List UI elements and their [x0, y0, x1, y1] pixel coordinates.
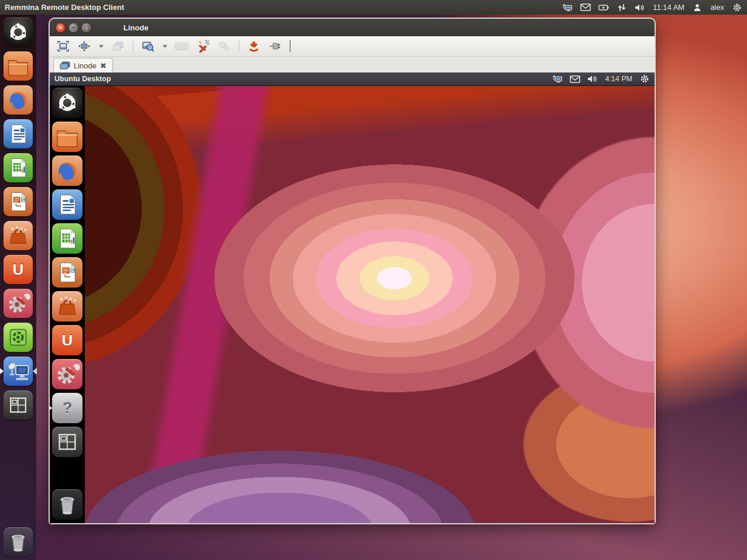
remote-launcher-item-ubuntu-one[interactable]: U — [52, 325, 82, 355]
launcher-item-home-folder[interactable] — [4, 51, 33, 81]
launcher-item-workspace-switcher[interactable] — [4, 390, 33, 420]
remote-top-panel: Ubuntu Desktop 4:14 PM — [50, 72, 655, 86]
host-launcher: U — [0, 15, 36, 560]
remote-connection-indicator-icon[interactable] — [552, 74, 563, 84]
duplicate-connection-button — [111, 39, 126, 53]
remote-launcher-item-unknown-app[interactable]: ? — [52, 393, 82, 423]
launcher-item-dash-home[interactable] — [4, 18, 33, 47]
disconnect-button[interactable] — [267, 39, 283, 53]
minimize-to-tray-button[interactable] — [246, 39, 261, 53]
running-indicator-arrow — [0, 368, 4, 375]
toolbar-separator — [239, 40, 239, 53]
tab-screen-icon — [60, 61, 70, 70]
remote-messaging-menu-icon[interactable] — [570, 74, 580, 84]
unknown-app-glyph: ? — [62, 399, 72, 417]
focused-indicator-arrow — [33, 368, 37, 375]
remote-launcher: U ? — [50, 86, 85, 523]
launcher-item-ubuntu-software-center[interactable] — [4, 221, 33, 250]
preferences-tools-button[interactable] — [195, 39, 211, 53]
connection-toolbar — [50, 36, 655, 57]
toolbar-grip — [290, 40, 291, 52]
tab-close-icon[interactable]: ✖ — [100, 61, 106, 70]
volume-indicator-icon[interactable] — [635, 3, 645, 12]
ubuntu-one-letter: U — [62, 331, 73, 350]
remote-launcher-item-home-folder[interactable] — [52, 122, 82, 152]
host-clock[interactable]: 11:14 AM — [653, 3, 684, 12]
focused-app-title: Remmina Remote Desktop Client — [5, 3, 124, 12]
keyboard-grab-button — [174, 39, 190, 53]
launcher-item-firefox[interactable] — [4, 85, 33, 115]
remote-launcher-item-libreoffice-impress[interactable] — [52, 257, 82, 288]
session-gear-icon[interactable] — [732, 3, 742, 12]
launcher-item-remmina[interactable] — [4, 357, 33, 386]
remote-launcher-item-workspace-switcher[interactable] — [52, 427, 82, 457]
battery-indicator-icon[interactable] — [598, 3, 609, 12]
window-title: Linode — [123, 23, 149, 32]
remote-wallpaper — [50, 86, 655, 523]
remote-clock[interactable]: 4:14 PM — [605, 75, 632, 83]
launcher-item-libreoffice-calc[interactable] — [4, 153, 33, 182]
user-icon — [692, 3, 703, 12]
remmina-window: × − ▢ Linode Linode ✖ Ubuntu Desktop — [50, 19, 655, 523]
fit-window-button[interactable] — [77, 39, 92, 53]
connection-tab-bar: Linode ✖ — [50, 57, 655, 72]
remote-launcher-item-dash-home[interactable] — [52, 88, 82, 118]
scaled-mode-caret-icon[interactable] — [161, 44, 168, 48]
scaled-mode-button[interactable] — [140, 39, 156, 53]
launcher-item-system-settings[interactable] — [4, 289, 33, 318]
launcher-item-trash[interactable] — [4, 527, 33, 556]
remote-launcher-item-trash[interactable] — [52, 489, 82, 520]
fit-window-caret-icon[interactable] — [98, 44, 105, 48]
tab-label: Linode — [74, 61, 97, 70]
window-close-button[interactable]: × — [56, 23, 66, 33]
plugins-gears-button — [216, 39, 232, 53]
network-traffic-icon[interactable] — [617, 3, 627, 12]
remote-launcher-item-system-settings[interactable] — [52, 359, 82, 389]
window-maximize-button[interactable]: ▢ — [81, 23, 91, 33]
launcher-item-libreoffice-writer[interactable] — [4, 119, 33, 148]
fullscreen-button[interactable] — [56, 39, 71, 53]
remote-session-gear-icon[interactable] — [639, 74, 650, 84]
ubuntu-one-letter: U — [13, 261, 24, 279]
remote-connection-indicator-icon[interactable] — [562, 3, 573, 12]
remote-panel-title: Ubuntu Desktop — [54, 75, 111, 83]
launcher-item-libreoffice-impress[interactable] — [4, 187, 33, 216]
window-titlebar[interactable]: × − ▢ Linode — [50, 19, 655, 36]
remote-desktop-viewport[interactable]: Ubuntu Desktop 4:14 PM U ? — [50, 72, 655, 523]
messaging-menu-icon[interactable] — [580, 3, 591, 12]
remote-volume-indicator-icon[interactable] — [587, 74, 598, 84]
remote-launcher-item-firefox[interactable] — [52, 155, 82, 186]
remote-focused-indicator-arrow — [50, 405, 52, 412]
username[interactable]: alex — [710, 3, 724, 12]
remote-launcher-item-libreoffice-writer[interactable] — [52, 189, 82, 220]
window-minimize-button[interactable]: − — [68, 23, 78, 33]
remote-launcher-item-libreoffice-calc[interactable] — [52, 223, 82, 254]
tab-linode[interactable]: Linode ✖ — [53, 58, 113, 72]
remote-launcher-item-ubuntu-software-center[interactable] — [52, 291, 82, 322]
toolbar-separator — [133, 40, 133, 53]
host-top-panel: Remmina Remote Desktop Client 11:14 AM a… — [0, 0, 747, 15]
launcher-item-software-updater[interactable] — [4, 323, 33, 352]
launcher-item-ubuntu-one[interactable]: U — [4, 255, 33, 284]
